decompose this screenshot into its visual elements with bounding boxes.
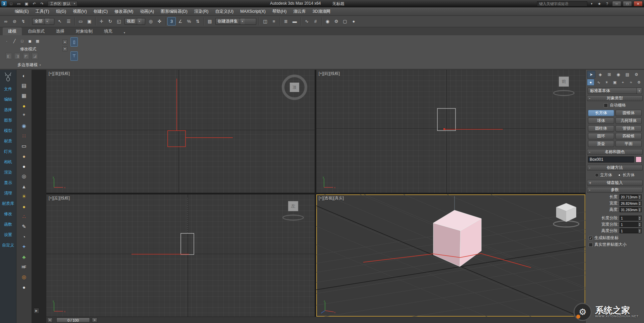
plant-icon[interactable]: ♣ xyxy=(16,252,32,262)
viewport-front[interactable]: [+][前][线框] 前 x y xyxy=(316,70,585,193)
red-spark-icon[interactable]: ∴ xyxy=(16,212,32,222)
infocenter-search-input[interactable] xyxy=(537,1,587,6)
prev-frame-button[interactable]: < xyxy=(47,318,53,323)
viewport-label-top[interactable]: [+][顶][线框] xyxy=(49,71,70,77)
modify-tool-icon[interactable]: ◨ xyxy=(14,53,21,59)
viewport-top[interactable]: [+][顶][线框] 顶 x y xyxy=(46,70,315,193)
white-ball-icon[interactable]: ● xyxy=(16,161,32,171)
reference-coordinate-dropdown[interactable]: 视图 ▾ xyxy=(124,18,145,25)
polygon-mode-icon[interactable]: ◼ xyxy=(27,38,33,44)
geosphere-button[interactable]: 几何球体 xyxy=(615,118,642,124)
menu-animation[interactable]: 动画(A) xyxy=(137,7,157,15)
spin-down-icon[interactable]: ▾ xyxy=(639,197,640,199)
expand-panel-icon[interactable]: ▶ xyxy=(34,308,39,314)
sidebar-item-file[interactable]: 文件 xyxy=(0,84,16,94)
create-tab-icon[interactable]: ➤ xyxy=(587,71,595,78)
height-field[interactable]: 31.283mm ▴▾ xyxy=(620,207,642,212)
utilities-tab-icon[interactable]: ⚙ xyxy=(632,71,641,78)
named-selection-dropdown[interactable]: 创建选择集 ▾ xyxy=(215,18,256,25)
border-mode-icon[interactable]: □ xyxy=(19,38,25,44)
close-button[interactable]: ✕ xyxy=(634,1,643,6)
edit-named-selections-icon[interactable]: ▤ xyxy=(206,17,214,26)
card-icon[interactable]: ▭ xyxy=(16,141,32,151)
bind-to-spacewarp-icon[interactable]: ↯ xyxy=(19,17,28,26)
bottom-ball-icon[interactable]: ● xyxy=(16,282,32,292)
time-slider-handle[interactable]: 0 / 100 xyxy=(56,318,90,323)
sidebar-item-cleanup[interactable]: 清理 xyxy=(0,188,16,198)
ribbon-collapse-icon[interactable]: ▾ xyxy=(121,30,128,35)
orange-donut-icon[interactable]: ◎ xyxy=(16,272,32,282)
gauge-icon[interactable]: ◔ xyxy=(16,232,32,242)
sidebar-item-render[interactable]: 渲染 xyxy=(0,167,16,178)
blue-sphere-icon[interactable]: ◉ xyxy=(16,121,32,131)
menu-graph-editors[interactable]: 图形编辑器(D) xyxy=(157,7,191,15)
layer-manager-icon[interactable]: ≣ xyxy=(282,17,290,26)
viewport-label-front[interactable]: [+][前][线框] xyxy=(319,71,340,77)
spin-down-icon[interactable]: ▾ xyxy=(639,225,640,227)
spin-down-icon[interactable]: ▾ xyxy=(639,231,640,233)
menu-create[interactable]: 创建(C) xyxy=(90,7,111,15)
cylinder-button[interactable]: 圆柱体 xyxy=(588,125,614,132)
selection-filter-dropdown[interactable]: 全部 ▾ xyxy=(32,18,54,25)
angle-snap-icon[interactable]: ∠ xyxy=(176,17,184,26)
gen-mapping-coords-checkbox[interactable]: ✓ xyxy=(589,236,593,240)
new-file-icon[interactable]: □ xyxy=(8,1,14,7)
schematic-view-icon[interactable]: # xyxy=(311,17,320,26)
snap-toggle-icon[interactable]: 3 xyxy=(167,17,176,26)
app-logo-icon[interactable]: 3 xyxy=(1,1,7,6)
minimize-button[interactable]: ─ xyxy=(612,1,621,6)
menu-group[interactable]: 组(G) xyxy=(53,7,70,15)
rendered-frame-icon[interactable]: ▢ xyxy=(341,17,349,26)
sidebar-item-select[interactable]: 选择 xyxy=(0,105,16,115)
modify-tool-icon[interactable]: ◩ xyxy=(23,53,30,59)
scroll-down-icon[interactable]: ▾ xyxy=(62,46,67,51)
menu-tools[interactable]: 工具(T) xyxy=(32,7,53,15)
cone-icon[interactable]: ▲ xyxy=(16,181,32,191)
red-dots-icon[interactable]: ∷ xyxy=(16,131,32,141)
systems-category-icon[interactable]: ⚙ xyxy=(635,79,643,86)
sidebar-item-edit[interactable]: 编辑 xyxy=(0,94,16,105)
teapot-button[interactable]: 茶壶 xyxy=(588,141,614,147)
modify-tab-icon[interactable]: ◈ xyxy=(596,71,604,78)
viewcube-front[interactable]: 前 xyxy=(552,75,576,97)
use-pivot-point-icon[interactable]: ◎ xyxy=(147,17,155,26)
unlink-selection-icon[interactable]: ⊘ xyxy=(10,17,19,26)
spinner-snap-icon[interactable]: ⇅ xyxy=(194,17,202,26)
viewcube-face[interactable]: 顶 xyxy=(290,83,299,92)
sidebar-item-material[interactable]: 材质 xyxy=(0,136,16,146)
select-by-name-icon[interactable]: ☰ xyxy=(64,17,73,26)
rollout-name-color[interactable]: - 名称和颜色 xyxy=(587,149,643,155)
display-tab-icon[interactable]: ▤ xyxy=(623,71,632,78)
menu-liuyunku[interactable]: 溜云库 xyxy=(290,7,309,15)
modify-tool-icon[interactable]: ◧ xyxy=(5,53,12,59)
undo-icon[interactable]: ↶ xyxy=(31,1,38,7)
scroll-up-icon[interactable]: ▴ xyxy=(62,39,67,44)
spinner[interactable]: ▴▾ xyxy=(638,207,641,212)
pyramid-button[interactable]: 四棱锥 xyxy=(615,133,642,139)
ribbon-tab-populate[interactable]: 填充 xyxy=(99,28,118,35)
menu-help[interactable]: 帮助(H) xyxy=(269,7,290,15)
menu-maxscript[interactable]: MAXScript(X) xyxy=(237,7,269,15)
sidebar-item-shape[interactable]: 图形 xyxy=(0,115,16,126)
material-editor-icon[interactable]: ◉ xyxy=(323,17,332,26)
sidebar-item-settings[interactable]: 设置 xyxy=(0,230,16,240)
spinner[interactable]: ▴▾ xyxy=(638,222,641,227)
hf-tool-icon[interactable]: HF xyxy=(16,262,32,272)
vertex-mode-icon[interactable]: ∙ xyxy=(4,38,9,44)
spacewarps-category-icon[interactable]: ≈ xyxy=(627,79,635,86)
shapes-category-icon[interactable]: ∿ xyxy=(595,79,602,86)
blue-flower-icon[interactable]: ✦ xyxy=(16,242,32,252)
select-and-move-icon[interactable]: ✛ xyxy=(97,17,106,26)
mirror-icon[interactable]: ◫ xyxy=(261,17,269,26)
rectangular-region-icon[interactable]: ▭ xyxy=(76,17,85,26)
viewport-label-left[interactable]: [+][左][线框] xyxy=(49,195,70,201)
sidebar-item-model[interactable]: 模型 xyxy=(0,126,16,136)
spinner[interactable]: ▴▾ xyxy=(638,216,641,220)
yellow-ball-icon[interactable]: ● xyxy=(16,101,32,111)
workspace-selector[interactable]: 工作区: 默认 ▾ xyxy=(48,1,77,6)
curve-editor-icon[interactable]: ∿ xyxy=(303,17,311,26)
sun-icon[interactable]: ☀ xyxy=(16,191,32,201)
sidebar-item-modify[interactable]: 修改 xyxy=(0,209,16,219)
menu-rendering[interactable]: 渲染(R) xyxy=(191,7,212,15)
search-go-icon[interactable]: ▼ xyxy=(588,1,595,7)
